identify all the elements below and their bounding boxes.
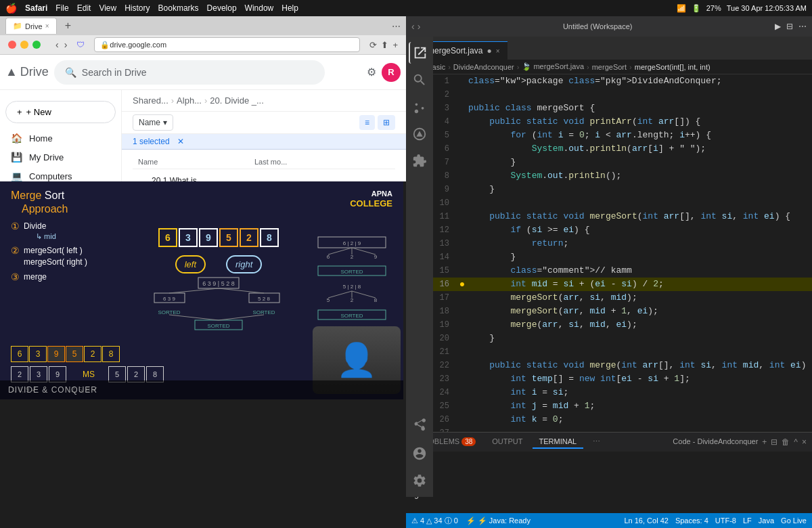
settings-icon[interactable]: ⚙ — [367, 66, 376, 79]
vscode-breadcrumb: JavaBasic › DivideAndconquer › 🍃 mergeSo… — [406, 60, 812, 74]
new-tab-button[interactable]: + — [61, 18, 76, 33]
bc-mergesort-class[interactable]: mergeSort — [592, 63, 627, 71]
activity-explorer[interactable] — [409, 42, 430, 64]
vscode-forward[interactable]: › — [418, 21, 421, 32]
step-2-num: ② — [11, 245, 20, 256]
forward-button[interactable]: › — [64, 39, 68, 50]
tab-output[interactable]: OUTPUT — [485, 435, 529, 449]
status-language[interactable]: Java — [759, 516, 774, 525]
activity-extensions[interactable] — [409, 150, 430, 172]
status-java[interactable]: ⚡ ⚡ Java: Ready — [466, 516, 531, 525]
status-spaces[interactable]: Spaces: 4 — [675, 516, 708, 525]
apple-menu[interactable]: 🍎 — [5, 3, 17, 14]
view-toggle: ≡ ⊞ — [359, 115, 395, 130]
back-button[interactable]: ‹ — [55, 39, 59, 50]
drive-icon: 💾 — [11, 152, 22, 162]
menu-view[interactable]: View — [99, 3, 116, 13]
status-encoding[interactable]: UTF-8 — [715, 516, 736, 525]
line-gutter — [457, 372, 468, 386]
run-icon[interactable]: ▶ — [775, 22, 781, 31]
path-shared[interactable]: Shared... — [133, 95, 168, 106]
bc-mergesort-method: mergeSort(int[], int, int) — [635, 63, 710, 71]
terminal-close[interactable]: × — [802, 437, 807, 447]
grid-view-button[interactable]: ⊞ — [378, 115, 395, 130]
activity-avatar[interactable] — [409, 443, 430, 464]
shield-icon: 🛡 — [76, 40, 85, 49]
activity-search[interactable] — [409, 69, 430, 91]
list-view-button[interactable]: ≡ — [359, 115, 375, 130]
new-button[interactable]: + + New — [5, 101, 116, 123]
reload-icon[interactable]: ⟳ — [369, 40, 377, 50]
traffic-light-maximize[interactable] — [32, 41, 41, 49]
line-number: 15 — [433, 264, 457, 278]
problems-badge: 38 — [461, 437, 476, 446]
drive-tab[interactable]: 📁 Drive × — [5, 18, 57, 34]
terminal-actions: Code - DivideAndconquer + ⊟ 🗑 ^ × — [673, 437, 807, 447]
menu-window[interactable]: Window — [245, 3, 274, 13]
traffic-light-minimize[interactable] — [20, 41, 28, 49]
bottom-box-1: 6 — [11, 346, 28, 362]
path-divide[interactable]: 20. Divide _... — [210, 95, 264, 106]
menu-history[interactable]: History — [125, 3, 150, 13]
line-number: 1 — [433, 74, 457, 88]
status-git[interactable]: ⚠ 4 △ 34 ⓘ 0 — [411, 516, 458, 526]
search-placeholder: Search in Drive — [82, 67, 147, 78]
menu-help[interactable]: Help — [281, 3, 298, 13]
slide-footer: DIVIDE & CONQUER — [0, 380, 403, 399]
terminal-expand[interactable]: ^ — [794, 437, 798, 447]
activity-settings[interactable] — [409, 470, 430, 491]
share-icon[interactable]: ⬆ — [381, 40, 388, 50]
line-gutter — [457, 74, 468, 88]
sort-label: Name — [139, 118, 160, 127]
split-icon[interactable]: ⊟ — [786, 22, 793, 31]
terminal-add[interactable]: + — [762, 437, 767, 447]
traffic-light-close[interactable] — [8, 41, 16, 49]
terminal-split[interactable]: ⊟ — [771, 437, 777, 447]
browser-chrome: 📁 Drive × + ⋯ ‹ › 🛡 🔒 drive.google.com — [0, 16, 406, 55]
menu-file[interactable]: File — [55, 3, 68, 13]
chevron-down-icon: ▾ — [163, 118, 167, 127]
status-eol[interactable]: LF — [743, 516, 752, 525]
line-gutter — [457, 183, 468, 196]
menu-develop[interactable]: Develop — [207, 3, 237, 13]
line-content — [468, 88, 812, 102]
clear-selection[interactable]: ✕ — [177, 137, 184, 146]
activity-live-share[interactable] — [409, 413, 430, 435]
activity-debug[interactable] — [409, 123, 430, 145]
window-extensions[interactable]: ⋯ — [392, 21, 401, 31]
sidebar-item-mydrive[interactable]: 💾 My Drive — [0, 148, 121, 167]
bottom-box-6: 8 — [102, 346, 120, 362]
bookmark-icon[interactable]: + — [392, 40, 398, 50]
top-array: 6 3 9 5 2 8 — [158, 228, 279, 247]
menu-edit[interactable]: Edit — [77, 3, 91, 13]
tab-terminal[interactable]: TERMINAL — [533, 435, 584, 449]
status-live[interactable]: Go Live — [781, 516, 807, 525]
sidebar-item-home[interactable]: 🏠 Home — [0, 129, 121, 148]
sort-button[interactable]: Name ▾ — [133, 114, 173, 131]
drive-search[interactable]: 🔍 Search in Drive — [54, 60, 325, 85]
terminal-trash[interactable]: 🗑 — [782, 437, 790, 447]
path-alph[interactable]: Alph... — [177, 95, 202, 106]
more-icon[interactable]: ⋯ — [798, 22, 807, 31]
tab-close-button[interactable]: × — [45, 22, 49, 30]
bc-divideandconquer[interactable]: DivideAndconquer — [453, 63, 514, 71]
activity-source-control[interactable] — [409, 96, 430, 118]
user-avatar[interactable]: R — [382, 63, 401, 82]
menu-bookmarks[interactable]: Bookmarks — [158, 3, 199, 13]
line-content: int i = si; — [468, 386, 812, 399]
terminal-tabs: PROBLEMS 38 OUTPUT TERMINAL ⋯ Code - Div… — [406, 433, 812, 452]
line-content: System.out.println(arr[i] + " "); — [468, 142, 812, 156]
url-text: drive.google.com — [110, 41, 166, 49]
code-line-16: 16● int mid = si + (ei - si) / 2; — [433, 278, 812, 291]
status-position[interactable]: Ln 16, Col 42 — [624, 516, 668, 525]
detail-tree: 6 | 2 | 9 6 2 9 SORTED 5 | 2 | 8 5 2 8 S… — [315, 236, 389, 324]
menu-safari[interactable]: Safari — [25, 3, 47, 13]
tab-close-vscode[interactable]: × — [496, 47, 500, 55]
code-editor[interactable]: 1class="kw">package class="pkg">DivideAn… — [433, 74, 812, 432]
address-bar[interactable]: 🔒 drive.google.com — [94, 37, 360, 52]
array-box-6: 6 — [158, 228, 177, 247]
browser-addressbar-row: ‹ › 🛡 🔒 drive.google.com ⟳ ⬆ + — [0, 35, 406, 54]
bc-mergesort-file[interactable]: 🍃 mergeSort.java — [522, 62, 584, 71]
vscode-back[interactable]: ‹ — [411, 21, 415, 32]
tab-more[interactable]: ⋯ — [586, 435, 607, 449]
